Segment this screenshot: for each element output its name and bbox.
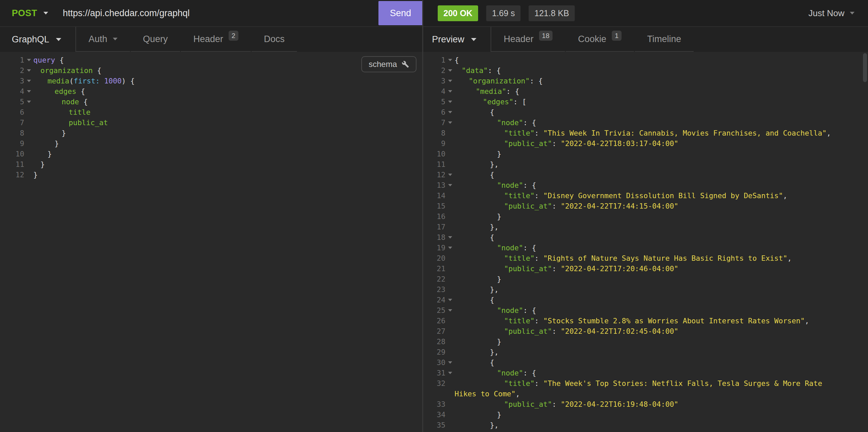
send-button[interactable]: Send [378, 1, 423, 25]
code-token: { [76, 87, 85, 96]
fold-arrow-icon[interactable] [445, 59, 455, 61]
code-token: : [552, 264, 561, 273]
tab-docs[interactable]: Docs [251, 27, 297, 52]
code-line: 13"node": { [423, 180, 868, 191]
response-header-count-badge: 18 [539, 31, 553, 41]
code-token: { [79, 98, 88, 106]
fold-arrow-icon[interactable] [445, 174, 455, 176]
chevron-down-icon [43, 12, 48, 14]
fold-arrow-icon[interactable] [24, 69, 33, 72]
line-number: 11 [423, 160, 445, 169]
code-token: : { [488, 66, 501, 75]
code-token: : { [530, 77, 543, 85]
fold-arrow-icon[interactable] [445, 122, 455, 124]
line-number: 32 [423, 379, 445, 388]
fold-arrow-icon[interactable] [445, 90, 455, 93]
scrollbar-thumb[interactable] [863, 53, 867, 82]
code-text: }, [455, 421, 499, 429]
fold-arrow-icon[interactable] [445, 184, 455, 187]
line-number: 1 [0, 56, 24, 64]
line-number: 10 [423, 150, 445, 158]
code-token: "title" [504, 129, 535, 137]
code-text: }, [455, 348, 499, 356]
code-token: : [535, 254, 544, 262]
tab-header[interactable]: Header 2 [181, 27, 251, 52]
code-line: 11} [0, 159, 423, 170]
code-token: : { [523, 181, 536, 190]
code-line: 10} [423, 149, 868, 159]
fold-arrow-icon[interactable] [445, 299, 455, 301]
line-number: 30 [423, 358, 445, 367]
code-line: 21"public_at": "2022-04-22T17:20:46-04:0… [423, 263, 868, 274]
code-token: }, [490, 421, 499, 429]
fold-arrow-icon[interactable] [445, 361, 455, 364]
code-line: 3media(first: 1000) { [0, 76, 423, 86]
code-token: "node" [497, 119, 523, 127]
code-token: "public_at" [504, 264, 552, 273]
code-token: query [33, 56, 55, 64]
code-text: { [455, 296, 494, 304]
code-line: 22} [423, 274, 868, 284]
code-token: { [455, 56, 459, 64]
method-dropdown[interactable]: POST [12, 8, 48, 19]
code-token: ( [69, 77, 74, 85]
line-number: 29 [423, 348, 445, 356]
code-text: } [455, 337, 501, 346]
fold-arrow-icon[interactable] [24, 59, 33, 61]
fold-arrow-icon[interactable] [445, 69, 455, 72]
code-text: }, [455, 160, 499, 169]
fold-arrow-icon[interactable] [24, 80, 33, 82]
body-type-dropdown[interactable]: GraphQL [0, 27, 76, 52]
code-text: "node": { [455, 243, 536, 252]
code-token: } [48, 150, 52, 158]
fold-arrow-icon[interactable] [445, 246, 455, 249]
preview-mode-label: Preview [432, 34, 464, 45]
code-token: edges [55, 87, 76, 96]
tab-response-header[interactable]: Header 18 [491, 27, 565, 52]
fold-arrow-icon[interactable] [445, 80, 455, 82]
code-token: }, [490, 160, 499, 169]
code-text: { [455, 171, 494, 179]
line-number: 24 [423, 296, 445, 304]
fold-arrow-icon[interactable] [24, 101, 33, 103]
code-token: "node" [497, 243, 523, 252]
code-line: 33"public_at": "2022-04-22T16:19:48-04:0… [423, 399, 868, 409]
tab-cookie[interactable]: Cookie 1 [566, 27, 634, 52]
tab-timeline[interactable]: Timeline [635, 27, 693, 52]
response-preview-editor[interactable]: 1{2"data": {3"organization": {4"media": … [423, 52, 868, 432]
pane-divider[interactable] [422, 0, 423, 432]
code-token: } [62, 129, 66, 137]
fold-arrow-icon[interactable] [445, 372, 455, 374]
request-url-bar: POST https://api.cheddar.com/graphql Sen… [0, 0, 423, 26]
code-line: 3"organization": { [423, 76, 868, 86]
code-text: { [455, 358, 494, 367]
history-dropdown[interactable]: Just Now [808, 8, 855, 19]
code-token: "title" [504, 379, 535, 388]
code-text: "node": { [455, 369, 536, 377]
fold-arrow-icon[interactable] [24, 90, 33, 93]
code-text: "public_at": "2022-04-22T18:03:17-04:00" [455, 139, 678, 148]
line-number: 19 [423, 243, 445, 252]
fold-arrow-icon[interactable] [445, 236, 455, 238]
line-number: 33 [423, 400, 445, 408]
code-line: 12{ [423, 170, 868, 180]
line-number: 2 [423, 66, 445, 75]
code-token: , [827, 129, 831, 137]
fold-arrow-icon[interactable] [445, 101, 455, 103]
preview-mode-dropdown[interactable]: Preview [423, 27, 491, 52]
fold-arrow-icon[interactable] [445, 111, 455, 113]
tab-auth[interactable]: Auth [76, 27, 130, 52]
code-text: { [455, 108, 494, 117]
code-token: "data" [462, 66, 488, 75]
fold-arrow-icon[interactable] [445, 309, 455, 311]
code-token: } [497, 410, 501, 419]
code-line: 36{ [423, 430, 868, 432]
tab-query[interactable]: Query [131, 27, 181, 52]
schema-button[interactable]: schema [361, 56, 416, 72]
line-number: 15 [423, 202, 445, 210]
code-token: 1000 [104, 77, 122, 85]
url-input[interactable]: https://api.cheddar.com/graphql [63, 8, 378, 19]
code-token: "2022-04-22T17:02:45-04:00" [561, 327, 678, 335]
line-number: 11 [0, 160, 24, 169]
graphql-query-editor[interactable]: schema 1query {2organization {3media(fir… [0, 52, 423, 432]
